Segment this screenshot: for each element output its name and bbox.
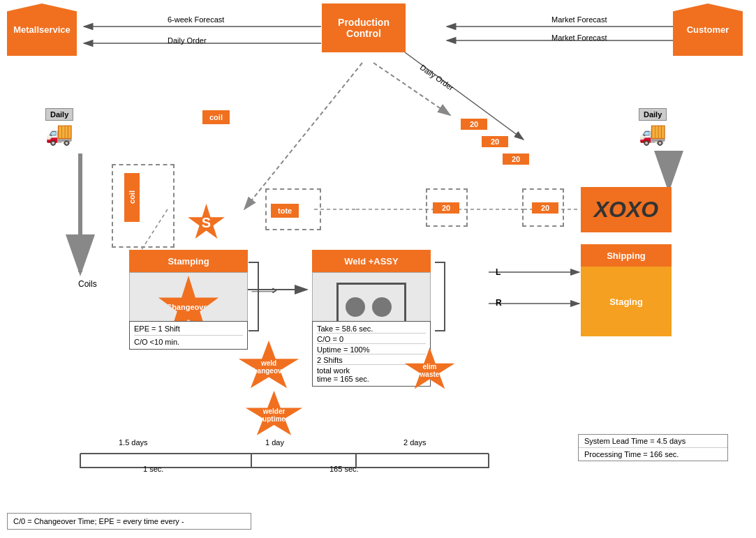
inv-box-2: 20 (482, 136, 508, 147)
lead-time-2: 1 day (265, 438, 284, 447)
customer-factory: Customer (673, 3, 743, 56)
left-truck-label: Daily (45, 108, 73, 121)
weld-circle-left (346, 297, 365, 317)
inventory-zone-tote (265, 188, 321, 230)
coil-top-box: coil (202, 110, 230, 124)
push-symbol: S (187, 204, 225, 242)
welder-uptime-label: welderuptime (262, 408, 286, 423)
shipping-process: Shipping Staging (581, 244, 672, 336)
xoxo-label: XOXO (594, 197, 658, 223)
summary-box: System Lead Time = 4.5 days Processing T… (578, 434, 728, 461)
stamping-label: Stamping (129, 250, 248, 272)
weld-label: Weld +ASSY (312, 250, 431, 272)
weld-output-bracket (435, 262, 445, 331)
inventory-zone-left (112, 164, 175, 248)
daily-order-left-label: Daily Order (168, 36, 207, 45)
six-week-forecast-label: 6-week Forecast (168, 15, 224, 24)
lead-time-3: 2 days (403, 438, 426, 447)
weld-info2: C/O = 0 (317, 333, 426, 343)
inv-box-3: 20 (503, 154, 529, 165)
inventory-zone-right (522, 188, 564, 227)
left-truck-icon: 🚚 (45, 122, 73, 144)
diagram: Metallservice Production Control Custome… (0, 0, 756, 538)
process-time-2: 165 sec. (329, 465, 359, 473)
production-control-box: Production Control (322, 3, 406, 52)
weld-info5-6: total work time = 165 sec. (317, 364, 426, 383)
stamping-info1: EPE = 1 Shift (134, 324, 243, 333)
weld-info3: Uptime = 100% (317, 343, 426, 354)
customer-label: Customer (673, 3, 743, 56)
svg-line-5 (244, 63, 362, 209)
weld-info-box: Take = 58.6 sec. C/O = 0 Uptime = 100% 2… (312, 321, 431, 387)
welder-uptime-burst: welderuptime (244, 391, 304, 440)
weld-info1: Take = 58.6 sec. (317, 324, 426, 333)
inv-box-1: 20 (461, 119, 487, 130)
production-control-label: Production Control (332, 17, 395, 39)
process-time-1: 1 sec. (143, 465, 163, 473)
market-forecast-2-label: Market Forecast (551, 33, 607, 42)
metallservice-factory: Metallservice (7, 3, 77, 56)
svg-line-6 (373, 63, 450, 115)
daily-order-right-label: Daily Order (419, 63, 455, 92)
right-truck-label: Daily (639, 108, 667, 121)
l-label: L (496, 267, 501, 277)
processing-time: Processing Time = 166 sec. (579, 448, 727, 461)
right-truck-icon: 🚚 (639, 122, 667, 144)
market-forecast-1-label: Market Forecast (551, 15, 607, 24)
changeover-label: Changeover (166, 303, 211, 311)
system-lead-time: System Lead Time = 4.5 days (579, 435, 727, 448)
right-truck: Daily 🚚 (639, 108, 667, 144)
r-label: R (496, 298, 502, 308)
left-truck: Daily 🚚 (45, 108, 73, 144)
elim-waste-label: elimwaste (420, 363, 440, 378)
stamping-info2: C/O <10 min. (134, 335, 243, 346)
legend-box: C/0 = Changeover Time; EPE = every time … (7, 513, 251, 530)
xoxo-box: XOXO (581, 187, 672, 232)
push-arrow-stamp-weld: ⟹ (251, 283, 278, 298)
weld-circle-right (372, 297, 392, 317)
coils-text-label: Coils (78, 279, 97, 289)
weld-info4: 2 Shifts (317, 354, 426, 364)
lead-time-1: 1.5 days (119, 438, 148, 447)
inventory-zone-mid (426, 188, 468, 227)
shipping-label: Shipping (581, 244, 672, 267)
metallservice-label: Metallservice (7, 3, 77, 56)
stamping-info-box: EPE = 1 Shift C/O <10 min. (129, 321, 248, 350)
weld-changeover-label: weldchangeover (249, 359, 288, 375)
staging-label: Staging (609, 297, 643, 307)
